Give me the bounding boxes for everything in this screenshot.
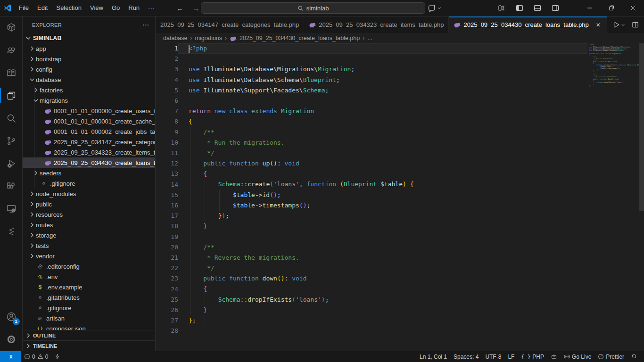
tree-item--editorconfig[interactable]: .editorconfig: [23, 261, 155, 272]
run-php-icon[interactable]: [613, 21, 625, 28]
toggle-panel-icon[interactable]: [531, 2, 544, 14]
menu-run[interactable]: Run: [124, 1, 144, 15]
close-button[interactable]: [622, 0, 644, 16]
tree-item--gitignore[interactable]: .gitignore: [23, 303, 155, 313]
remote-indicator[interactable]: [0, 351, 21, 362]
tree-item-config[interactable]: config: [23, 64, 155, 74]
tree-item-node-modules[interactable]: node_modules: [23, 189, 155, 199]
code-content[interactable]: <?php use Illuminate\Database\Migrations…: [178, 43, 644, 351]
back-arrow-icon[interactable]: ←: [175, 4, 185, 12]
breadcrumb-item[interactable]: migrations: [195, 35, 222, 41]
toggle-sidebar-icon[interactable]: [513, 2, 526, 14]
code-line[interactable]: }: [189, 305, 644, 315]
cursor-position[interactable]: Ln 1, Col 1: [416, 352, 450, 362]
code-line[interactable]: return new class extends Migration: [189, 106, 644, 116]
tree-item--gitignore[interactable]: .gitignore: [23, 178, 155, 189]
tree-item--gitattributes[interactable]: .gitattributes: [23, 292, 155, 303]
tree-item-2025-09-25-034430-create-loans-tabl-[interactable]: 2025_09_25_034430_create_loans_tabl...: [23, 157, 155, 168]
container-button[interactable]: [0, 16, 23, 39]
tree-item-bootstrap[interactable]: bootstrap: [23, 54, 155, 64]
code-line[interactable]: Schema::dropIfExists('loans');: [189, 295, 644, 305]
tab-2025_09_25_034323_create_items_table.php[interactable]: 2025_09_25_034323_create_items_table.php: [304, 16, 449, 33]
eol-sequence[interactable]: LF: [504, 352, 518, 362]
code-line[interactable]: public function down(): void: [189, 273, 644, 284]
command-center-search[interactable]: siminlab: [201, 2, 425, 14]
editor-scrollbar[interactable]: [639, 43, 644, 211]
code-line[interactable]: public function up(): void: [189, 158, 644, 169]
code-line[interactable]: * Run the migrations.: [189, 138, 644, 148]
tree-item-composer-json[interactable]: {}composer.json: [23, 323, 155, 330]
code-line[interactable]: [589, 87, 639, 88]
explorer-actions-icon[interactable]: ···: [143, 22, 149, 28]
indentation[interactable]: Spaces: 4: [450, 352, 482, 362]
tree-item-0001-01-01-000002-create-jobs-table-[interactable]: 0001_01_01_000002_create_jobs_table...: [23, 126, 155, 137]
robot-button[interactable]: [0, 39, 23, 62]
breadcrumb[interactable]: database›migrations›2025_09_25_034430_cr…: [156, 33, 644, 43]
code-line[interactable]: {: [189, 284, 644, 294]
menu-selection[interactable]: Selection: [52, 1, 85, 15]
code-line[interactable]: }: [189, 221, 644, 231]
tree-item-storage[interactable]: storage: [23, 230, 155, 240]
code-line[interactable]: $table->id();: [189, 190, 644, 200]
source-control-button[interactable]: [0, 130, 23, 152]
code-line[interactable]: use Illuminate\Database\Schema\Blueprint…: [189, 75, 644, 85]
breadcrumb-item[interactable]: 2025_09_25_034430_create_loans_table.php: [239, 35, 360, 41]
tree-item-2025-09-25-034147-create-categories-[interactable]: 2025_09_25_034147_create_categories...: [23, 137, 155, 147]
ports-indicator[interactable]: [547, 352, 561, 362]
code-editor[interactable]: 1234567891011121314151617181920212223242…: [156, 43, 644, 351]
code-line[interactable]: });: [189, 211, 644, 221]
code-line[interactable]: use Illuminate\Support\Facades\Schema;: [189, 85, 644, 96]
tree-item-0001-01-01-000000-create-users-tabl-[interactable]: 0001_01_01_000000_create_users_tabl...: [23, 106, 155, 116]
code-line[interactable]: /**: [189, 127, 644, 138]
code-line[interactable]: $table->timestamps();: [189, 200, 644, 211]
tree-item-database[interactable]: database: [23, 74, 155, 85]
toggle-secondary-sidebar-icon[interactable]: [549, 2, 562, 14]
code-line[interactable]: };: [189, 315, 644, 326]
prettier-status[interactable]: Prettier: [594, 352, 627, 362]
chevron-down-icon[interactable]: [436, 2, 443, 14]
menu-file[interactable]: File: [15, 1, 33, 15]
tree-item--env-example[interactable]: $.env.example: [23, 282, 155, 292]
tree-item-migrations[interactable]: migrations: [23, 95, 155, 106]
tree-item-vendor[interactable]: vendor: [23, 251, 155, 261]
code-line[interactable]: {: [189, 169, 644, 179]
customize-layout-icon[interactable]: [495, 2, 508, 14]
section-outline[interactable]: OUTLINE: [23, 330, 155, 340]
menu-go[interactable]: Go: [107, 1, 124, 15]
menu-more[interactable]: ···: [144, 1, 158, 15]
tree-item-0001-01-01-000001-create-cache-tabl-[interactable]: 0001_01_01_000001_create_cache_tabl...: [23, 116, 155, 126]
explorer-button[interactable]: [0, 84, 23, 107]
section-timeline[interactable]: TIMELINE: [23, 340, 155, 351]
code-line[interactable]: * Reverse the migrations.: [189, 253, 644, 263]
tree-item-routes[interactable]: routes: [23, 220, 155, 230]
split-editor-icon[interactable]: [632, 21, 639, 28]
code-line[interactable]: <?php: [189, 43, 644, 54]
tab-2025_09_25_034147_create_categories_table.php[interactable]: 2025_09_25_034147_create_categories_tabl…: [156, 16, 304, 33]
tree-root-siminlab[interactable]: SIMINLAB: [23, 33, 155, 43]
settings-button[interactable]: [0, 328, 23, 351]
run-debug-button[interactable]: [0, 152, 23, 175]
tree-item-app[interactable]: app: [23, 43, 155, 54]
book-button[interactable]: [0, 62, 23, 84]
maximize-button[interactable]: [601, 0, 622, 16]
tree-item-2025-09-25-034323-create-items-tabl-[interactable]: 2025_09_25_034323_create_items_tabl...: [23, 147, 155, 157]
code-line[interactable]: */: [189, 263, 644, 273]
code-line[interactable]: [189, 54, 644, 64]
tree-item-resources[interactable]: resources: [23, 209, 155, 220]
breadcrumb-item[interactable]: ...: [367, 35, 372, 41]
search-button[interactable]: [0, 107, 23, 130]
tree-item-artisan[interactable]: artisan: [23, 313, 155, 323]
breadcrumb-item[interactable]: database: [163, 35, 187, 41]
notifications-bell[interactable]: [627, 352, 640, 362]
minimap[interactable]: <?php use Illuminate\Database\Migrations…: [589, 43, 639, 351]
code-line[interactable]: [189, 231, 644, 242]
code-line[interactable]: /**: [189, 242, 644, 253]
go-live-button[interactable]: Go Live: [561, 352, 594, 362]
tree-item-seeders[interactable]: seeders: [23, 168, 155, 178]
zap-indicator[interactable]: [51, 352, 64, 362]
code-line[interactable]: [189, 326, 644, 336]
menu-view[interactable]: View: [86, 1, 107, 15]
tree-item-factories[interactable]: factories: [23, 85, 155, 95]
s-logo-button[interactable]: [0, 220, 23, 243]
extensions-button[interactable]: [0, 175, 23, 197]
